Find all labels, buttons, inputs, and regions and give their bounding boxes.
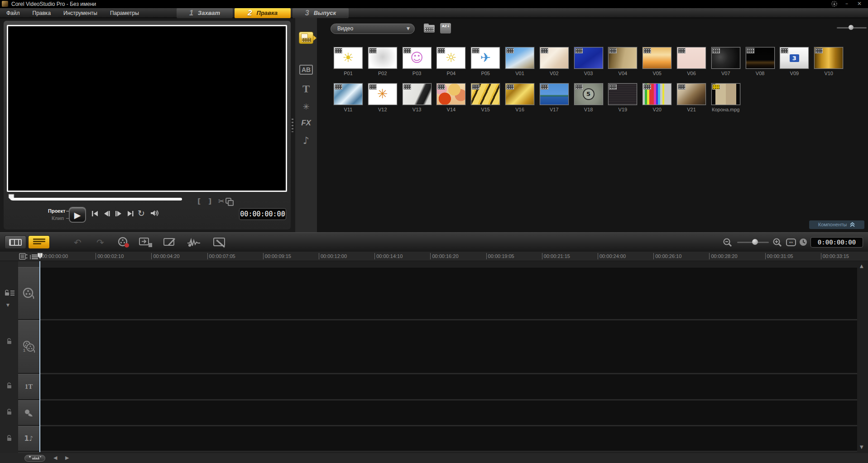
- record-capture-button[interactable]: [117, 236, 130, 250]
- library-thumbnail[interactable]: ☺P03: [403, 47, 432, 77]
- previous-frame-button[interactable]: [102, 210, 112, 218]
- library-thumbnail[interactable]: V20: [643, 83, 671, 113]
- zoom-in-icon[interactable]: [772, 238, 782, 249]
- library-thumbnail[interactable]: 3V09: [780, 47, 809, 77]
- menu-item-2[interactable]: Инструменты: [57, 8, 104, 16]
- timeline-zoom-knob[interactable]: [752, 239, 758, 245]
- scroll-left-button[interactable]: ◀: [53, 455, 57, 461]
- library-thumbnail[interactable]: V02: [540, 47, 569, 77]
- ripple-edit-all-icon[interactable]: [4, 290, 15, 298]
- voice-lock-icon[interactable]: [6, 409, 13, 415]
- split-clip-button[interactable]: ✂: [218, 197, 224, 205]
- timecode-spinner[interactable]: ▲▼: [280, 210, 284, 218]
- end-button[interactable]: [126, 210, 136, 218]
- library-thumbnail[interactable]: V17: [540, 83, 569, 113]
- timeline-scrollbar[interactable]: ▲ ▼: [857, 261, 868, 453]
- mark-out-button[interactable]: ]: [208, 197, 211, 205]
- library-thumbnail[interactable]: V16: [505, 83, 534, 113]
- scroll-down-icon[interactable]: ▼: [860, 444, 863, 449]
- step-tab-захват[interactable]: 1Захват: [177, 8, 233, 18]
- library-thumbnail[interactable]: V07: [711, 47, 740, 77]
- redo-button[interactable]: ↷: [96, 237, 104, 248]
- video-track-lane[interactable]: [39, 267, 857, 320]
- close-button[interactable]: ✕: [854, 0, 864, 7]
- scroll-right-button[interactable]: ▶: [65, 455, 69, 461]
- library-thumbnail[interactable]: V01: [505, 47, 534, 77]
- library-thumbnail[interactable]: V05: [643, 47, 671, 77]
- track-height-button[interactable]: [24, 455, 45, 462]
- library-thumbnail[interactable]: V14: [436, 83, 465, 113]
- next-frame-button[interactable]: [114, 210, 124, 218]
- sort-button[interactable]: AZ↓: [440, 23, 451, 33]
- music-lock-icon[interactable]: [6, 435, 13, 441]
- library-thumbnail[interactable]: ☀P01: [334, 47, 363, 77]
- title-lock-icon[interactable]: [6, 382, 13, 389]
- enlarge-preview-button[interactable]: [225, 198, 231, 204]
- step-tab-правка[interactable]: 2Правка: [235, 8, 291, 18]
- library-thumbnail[interactable]: V19: [608, 83, 637, 113]
- voice-track-header[interactable]: [18, 400, 39, 426]
- fit-project-button[interactable]: ↔: [786, 239, 796, 246]
- preview-scrubber[interactable]: [11, 198, 182, 200]
- transitions-icon[interactable]: AB: [299, 65, 313, 75]
- menu-item-1[interactable]: Правка: [26, 8, 58, 16]
- project-mode-label[interactable]: Проект: [48, 208, 65, 214]
- playhead-line[interactable]: [39, 261, 40, 452]
- titles-icon[interactable]: T: [299, 83, 313, 95]
- music-track-header[interactable]: 1♪: [18, 426, 39, 452]
- library-thumbnail[interactable]: V08: [746, 47, 775, 77]
- library-thumbnail[interactable]: V06: [677, 47, 706, 77]
- repeat-button[interactable]: ↻: [138, 208, 145, 218]
- title-track-lane[interactable]: [39, 374, 857, 400]
- play-button[interactable]: ▶: [69, 207, 86, 223]
- panel-splitter-vertical[interactable]: [292, 119, 293, 132]
- collapse-track-icon[interactable]: ▼: [6, 303, 10, 307]
- clip-mode-label[interactable]: Клип: [52, 215, 64, 221]
- music-track-lane[interactable]: [39, 426, 857, 452]
- library-thumbnail[interactable]: 5V18: [574, 83, 603, 113]
- minimize-button[interactable]: –: [842, 0, 852, 7]
- audio-wave-button[interactable]: [187, 237, 203, 250]
- step-tab-выпуск[interactable]: 3Выпуск: [293, 8, 349, 18]
- library-thumbnail[interactable]: V04: [608, 47, 637, 77]
- overlay-track-header[interactable]: 1: [18, 320, 39, 374]
- components-button[interactable]: Компоненты: [809, 220, 864, 229]
- video-track-header[interactable]: [18, 267, 39, 320]
- library-thumbnail[interactable]: ☼P04: [436, 47, 465, 77]
- filters-icon[interactable]: FX: [299, 119, 313, 131]
- graphics-icon[interactable]: ✳: [299, 102, 313, 115]
- import-media-button[interactable]: [424, 24, 436, 33]
- media-gallery-icon[interactable]: [299, 32, 313, 44]
- thumbnail-size-knob[interactable]: [849, 25, 854, 30]
- overlay-track-lane[interactable]: [39, 320, 857, 374]
- storyboard-view-button[interactable]: [5, 235, 26, 249]
- library-thumbnail[interactable]: V13: [403, 83, 432, 113]
- overlay-lock-icon[interactable]: [6, 338, 13, 344]
- export-clip-button[interactable]: [139, 237, 153, 250]
- timeline-ruler[interactable]: 00:00:00:0000:00:02:1000:00:04:2000:00:0…: [0, 252, 868, 261]
- menu-item-0[interactable]: Файл: [0, 8, 26, 16]
- library-thumbnail[interactable]: ✈P05: [471, 47, 500, 77]
- timeline-view-button[interactable]: [28, 235, 50, 249]
- library-thumbnail[interactable]: V15: [471, 83, 500, 113]
- mark-in-button[interactable]: [: [197, 197, 201, 205]
- instant-project-button[interactable]: [213, 237, 227, 250]
- library-thumbnail[interactable]: Корона.mpg: [711, 83, 740, 113]
- preview-timecode[interactable]: 00:00:00:00 ▲▼: [239, 208, 286, 220]
- library-thumbnail[interactable]: P02: [368, 47, 397, 77]
- menu-item-3[interactable]: Параметры: [104, 8, 145, 16]
- timeline-timecode[interactable]: 0:00:00:00: [810, 237, 863, 248]
- library-thumbnail[interactable]: V11: [334, 83, 363, 113]
- title-track-header[interactable]: 1T: [18, 374, 39, 400]
- library-thumbnail[interactable]: V03: [574, 47, 603, 77]
- project-duration-icon[interactable]: [799, 238, 808, 248]
- audio-icon[interactable]: ♪: [299, 135, 313, 148]
- undo-button[interactable]: ↶: [74, 237, 82, 248]
- library-thumbnail[interactable]: V21: [677, 83, 706, 113]
- library-thumbnail[interactable]: ✳V12: [368, 83, 397, 113]
- zoom-out-icon[interactable]: [723, 238, 733, 249]
- scroll-up-icon[interactable]: ▲: [860, 263, 863, 268]
- sound-mixer-button[interactable]: [163, 237, 177, 250]
- gadget-icon[interactable]: [829, 0, 839, 7]
- track-manager-icon[interactable]: [19, 253, 28, 262]
